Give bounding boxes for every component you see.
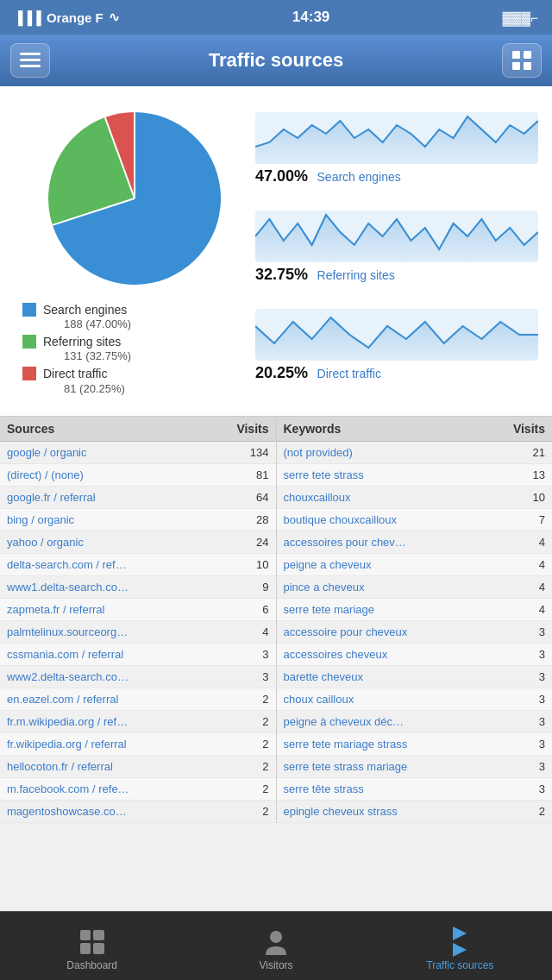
table-row[interactable]: serre tete mariage4 xyxy=(277,599,553,621)
arrow-right-1 xyxy=(453,927,467,940)
svg-point-10 xyxy=(270,931,282,943)
dashboard-tab-icon xyxy=(78,928,106,956)
table-row[interactable]: yahoo / organic24 xyxy=(0,531,276,554)
status-left: ▐▐▐ Orange F ∿ xyxy=(14,9,120,25)
row-source: peigne a cheveux xyxy=(284,558,534,571)
row-visits: 6 xyxy=(262,603,268,616)
row-source: accessoires cheveux xyxy=(284,648,534,661)
row-visits: 3 xyxy=(539,715,545,728)
svg-rect-0 xyxy=(20,53,41,55)
menu-button[interactable] xyxy=(10,43,50,78)
chart-section: Search engines 188 (47.00%) Referring si… xyxy=(0,86,552,416)
table-row[interactable]: palmtelinux.sourceorg…4 xyxy=(0,621,276,644)
table-row[interactable]: boutique chouxcailloux7 xyxy=(277,509,553,531)
table-row[interactable]: barette cheveux3 xyxy=(277,666,553,688)
legend-value-referring: 131 (32.75%) xyxy=(64,349,131,362)
table-row[interactable]: choux cailloux3 xyxy=(277,688,553,711)
tab-traffic-label: Traffic sources xyxy=(426,959,493,971)
row-visits: 2 xyxy=(262,738,268,751)
table-row[interactable]: www1.delta-search.co…9 xyxy=(0,576,276,599)
table-row[interactable]: (direct) / (none)81 xyxy=(0,464,276,487)
table-row[interactable]: google.fr / referral64 xyxy=(0,487,276,509)
table-row[interactable]: bing / organic28 xyxy=(0,509,276,531)
status-right: ▓▓▓⌐ xyxy=(502,10,538,25)
row-visits: 21 xyxy=(533,446,545,459)
sparkline-percent-search: 47.00% xyxy=(255,167,308,185)
row-source: hellocoton.fr / referral xyxy=(7,760,257,773)
traffic-tab-icon xyxy=(446,928,474,956)
tab-traffic[interactable]: Traffic sources xyxy=(368,921,552,971)
signal-icon: ▐▐▐ xyxy=(14,10,41,25)
keywords-table: Keywords Visits (not provided)21serre te… xyxy=(277,417,553,823)
sources-rows: google / organic134(direct) / (none)81go… xyxy=(0,442,276,823)
table-row[interactable]: m.facebook.com / refe…2 xyxy=(0,778,276,801)
row-visits: 10 xyxy=(256,558,268,571)
table-row[interactable]: accessoires cheveux3 xyxy=(277,644,553,666)
row-source: serre tête strass xyxy=(284,782,534,795)
row-source: yahoo / organic xyxy=(7,536,251,549)
table-row[interactable]: serre tete mariage strass3 xyxy=(277,733,553,756)
row-visits: 81 xyxy=(256,468,268,481)
tab-dashboard[interactable]: Dashboard xyxy=(0,921,184,971)
arrows-icon xyxy=(453,927,467,957)
table-row[interactable]: en.eazel.com / referral2 xyxy=(0,688,276,711)
table-row[interactable]: accessoire pour cheveux3 xyxy=(277,621,553,644)
table-row[interactable]: fr.wikipedia.org / referral2 xyxy=(0,733,276,756)
table-row[interactable]: zapmeta.fr / referral6 xyxy=(0,599,276,621)
row-visits: 10 xyxy=(533,491,545,504)
row-visits: 2 xyxy=(539,805,545,818)
row-source: en.eazel.com / referral xyxy=(7,693,257,706)
pie-chart xyxy=(40,104,229,293)
table-row[interactable]: peigne a cheveux4 xyxy=(277,554,553,576)
table-row[interactable]: delta-search.com / ref…10 xyxy=(0,554,276,576)
table-row[interactable]: hellocoton.fr / referral2 xyxy=(0,756,276,778)
row-visits: 3 xyxy=(539,625,545,638)
row-visits: 3 xyxy=(539,738,545,751)
wifi-icon: ∿ xyxy=(109,9,120,25)
row-source: bing / organic xyxy=(7,513,251,526)
row-source: barette cheveux xyxy=(284,670,534,683)
legend-label-search: Search engines xyxy=(43,302,131,317)
row-source: magentoshowcase.co… xyxy=(7,805,257,818)
row-visits: 134 xyxy=(250,446,269,459)
svg-rect-3 xyxy=(512,51,520,59)
row-visits: 4 xyxy=(539,558,545,571)
row-source: www1.delta-search.co… xyxy=(7,581,257,594)
table-row[interactable]: cssmania.com / referral3 xyxy=(0,644,276,666)
table-row[interactable]: magentoshowcase.co…2 xyxy=(0,801,276,823)
legend-color-referring xyxy=(22,335,36,349)
table-row[interactable]: epingle cheveux strass2 xyxy=(277,801,553,823)
sparkline-stats-referring: 32.75% Referring sites xyxy=(255,266,538,284)
sparkline-percent-direct: 20.25% xyxy=(255,364,308,381)
table-row[interactable]: serre tete strass mariage3 xyxy=(277,756,553,778)
keywords-rows: (not provided)21serre tete strass13choux… xyxy=(277,442,553,823)
row-visits: 2 xyxy=(262,715,268,728)
tab-visitors[interactable]: Visitors xyxy=(184,921,367,971)
svg-rect-6 xyxy=(524,62,531,70)
table-row[interactable]: accessoires pour chev…4 xyxy=(277,531,553,554)
row-source: serre tete strass xyxy=(284,468,528,481)
page-title: Traffic sources xyxy=(209,49,344,72)
sparkline-name-search: Search engines xyxy=(317,170,401,184)
table-row[interactable]: serre tete strass13 xyxy=(277,464,553,487)
grid-view-button[interactable] xyxy=(502,43,542,78)
table-row[interactable]: peigne à cheveux déc…3 xyxy=(277,711,553,733)
row-visits: 4 xyxy=(539,536,545,549)
table-row[interactable]: google / organic134 xyxy=(0,442,276,464)
svg-rect-4 xyxy=(524,51,531,59)
person-icon xyxy=(264,929,288,955)
table-row[interactable]: chouxcailloux10 xyxy=(277,487,553,509)
row-source: fr.m.wikipedia.org / ref… xyxy=(7,715,257,728)
chart-legend: Search engines 188 (47.00%) Referring si… xyxy=(14,302,255,395)
table-row[interactable]: pince a cheveux4 xyxy=(277,576,553,599)
table-row[interactable]: serre tête strass3 xyxy=(277,778,553,801)
tab-visitors-label: Visitors xyxy=(259,959,292,971)
sparkline-stats-search: 47.00% Search engines xyxy=(255,167,538,185)
sources-header-label: Sources xyxy=(7,422,54,436)
sources-table-header: Sources Visits xyxy=(0,417,276,442)
table-row[interactable]: www2.delta-search.co…3 xyxy=(0,666,276,688)
status-time: 14:39 xyxy=(120,9,503,26)
sparkline-name-referring: Referring sites xyxy=(317,268,395,282)
table-row[interactable]: (not provided)21 xyxy=(277,442,553,464)
table-row[interactable]: fr.m.wikipedia.org / ref…2 xyxy=(0,711,276,733)
